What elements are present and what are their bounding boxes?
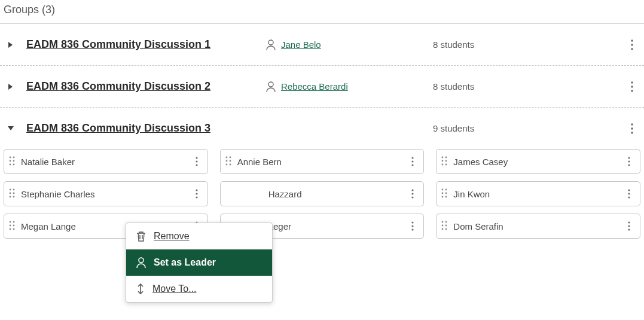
svg-point-33 xyxy=(442,163,444,165)
svg-point-30 xyxy=(445,156,447,158)
group-title-link[interactable]: EADM 836 Community Discussion 1 xyxy=(26,38,210,50)
context-menu: Remove Set as Leader Move To... xyxy=(126,223,273,242)
svg-point-5 xyxy=(631,81,633,84)
svg-point-38 xyxy=(10,188,11,190)
dots-vertical-icon xyxy=(631,81,633,92)
svg-point-3 xyxy=(631,48,633,50)
student-actions[interactable] xyxy=(407,157,419,166)
svg-point-27 xyxy=(412,160,414,162)
svg-point-31 xyxy=(442,160,444,161)
svg-point-6 xyxy=(631,86,633,88)
svg-point-26 xyxy=(412,157,414,159)
drag-handle-icon[interactable] xyxy=(9,156,15,167)
group-row-3: EADM 836 Community Discussion 3 9 studen… xyxy=(0,108,644,145)
svg-point-64 xyxy=(13,228,15,230)
svg-point-10 xyxy=(631,132,633,134)
student-actions[interactable] xyxy=(407,189,419,199)
svg-point-32 xyxy=(445,160,447,161)
student-count: 9 students xyxy=(433,123,564,133)
student-name: Natalie Baker xyxy=(21,157,191,167)
student-actions[interactable] xyxy=(623,221,635,231)
svg-point-61 xyxy=(10,224,11,226)
student-name: Hazzard xyxy=(268,189,407,199)
svg-point-49 xyxy=(412,196,414,198)
student-name: James Casey xyxy=(453,157,623,167)
svg-point-58 xyxy=(628,196,630,198)
caret-right-icon xyxy=(8,83,14,90)
drag-handle-icon[interactable] xyxy=(9,221,15,232)
expand-toggle[interactable] xyxy=(4,41,18,48)
student-actions[interactable] xyxy=(407,221,419,231)
svg-point-23 xyxy=(229,160,231,161)
drag-handle-icon[interactable] xyxy=(225,156,231,167)
svg-point-52 xyxy=(442,192,444,194)
svg-point-79 xyxy=(628,228,630,230)
svg-point-71 xyxy=(442,221,444,223)
student-card[interactable]: Jin Kwon xyxy=(436,181,640,206)
student-actions[interactable] xyxy=(191,157,203,166)
dots-vertical-icon xyxy=(628,157,630,166)
expand-toggle[interactable] xyxy=(4,83,18,90)
svg-point-78 xyxy=(628,225,630,227)
drag-handle-icon[interactable] xyxy=(441,156,447,167)
svg-point-12 xyxy=(13,156,15,158)
svg-point-55 xyxy=(445,196,447,197)
group-row-1: EADM 836 Community Discussion 1 Jane Bel… xyxy=(0,24,644,66)
dots-vertical-icon xyxy=(631,39,633,50)
svg-point-16 xyxy=(13,163,15,165)
dots-vertical-icon xyxy=(628,189,630,199)
collapse-toggle[interactable] xyxy=(4,126,18,132)
student-name: Annie Bern xyxy=(237,157,407,167)
student-card[interactable]: Hazzard xyxy=(220,181,425,206)
drag-handle-icon[interactable] xyxy=(441,188,447,200)
group-title-link[interactable]: EADM 836 Community Discussion 3 xyxy=(26,122,210,134)
svg-point-34 xyxy=(445,163,447,165)
leader-link[interactable]: Rebecca Berardi xyxy=(281,81,348,92)
svg-point-44 xyxy=(196,189,197,191)
person-icon xyxy=(265,81,276,93)
groups-header: Groups (3) xyxy=(0,0,644,23)
student-actions[interactable] xyxy=(623,157,635,166)
student-count: 8 students xyxy=(433,81,564,92)
svg-point-35 xyxy=(628,157,630,159)
student-actions[interactable] xyxy=(623,189,635,199)
leader-link[interactable]: Jane Belo xyxy=(281,39,321,50)
student-card[interactable]: Annie Bern xyxy=(220,149,425,174)
svg-point-74 xyxy=(445,224,447,226)
student-name: Jin Kwon xyxy=(453,189,623,199)
student-card[interactable]: James Casey xyxy=(436,149,640,174)
menu-remove[interactable]: Remove xyxy=(126,223,272,242)
svg-point-54 xyxy=(442,196,444,197)
svg-point-22 xyxy=(225,160,227,161)
svg-point-73 xyxy=(442,224,444,226)
student-card[interactable]: Natalie Baker xyxy=(4,149,208,174)
student-actions[interactable] xyxy=(191,189,203,199)
svg-point-45 xyxy=(196,193,197,194)
students-grid: Natalie Baker Annie Bern James Casey Ste… xyxy=(0,145,644,242)
svg-point-8 xyxy=(631,123,633,126)
caret-down-icon xyxy=(7,126,14,132)
person-icon xyxy=(265,39,276,51)
student-count: 8 students xyxy=(433,39,564,50)
dots-vertical-icon xyxy=(411,189,414,199)
svg-point-53 xyxy=(445,192,447,194)
group-actions[interactable] xyxy=(624,81,640,92)
drag-handle-icon[interactable] xyxy=(441,221,447,232)
dots-vertical-icon xyxy=(631,123,633,134)
svg-point-47 xyxy=(412,189,414,191)
svg-point-77 xyxy=(628,221,630,223)
svg-point-9 xyxy=(631,127,633,130)
svg-point-50 xyxy=(442,188,444,190)
group-actions[interactable] xyxy=(624,123,640,134)
svg-point-7 xyxy=(631,90,633,92)
student-card[interactable]: Stephanie Charles xyxy=(4,181,208,206)
drag-handle-icon[interactable] xyxy=(9,188,15,200)
group-title-link[interactable]: EADM 836 Community Discussion 2 xyxy=(26,80,210,92)
svg-point-36 xyxy=(628,160,630,162)
svg-point-40 xyxy=(10,192,11,194)
svg-point-41 xyxy=(13,192,15,194)
student-card[interactable]: Dom Serafin xyxy=(436,214,640,239)
svg-point-25 xyxy=(229,163,231,165)
group-actions[interactable] xyxy=(624,39,640,50)
svg-point-70 xyxy=(412,228,414,230)
